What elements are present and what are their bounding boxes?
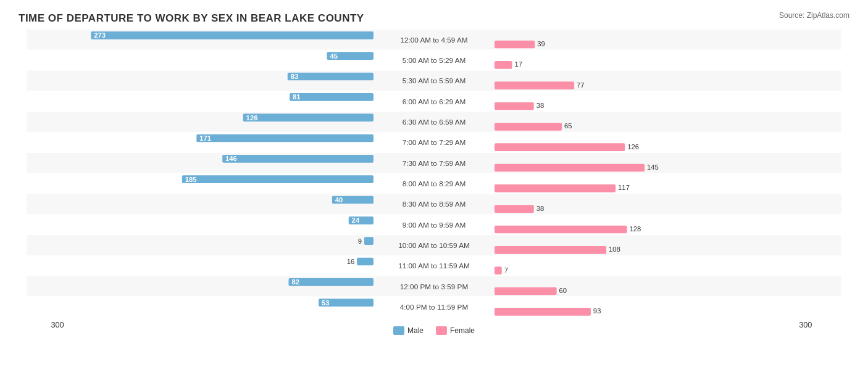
- svg-rect-69: [357, 258, 373, 266]
- male-label: Male: [407, 326, 424, 335]
- svg-text:185: 185: [185, 176, 197, 183]
- svg-text:40: 40: [335, 196, 343, 204]
- svg-text:4:00 PM to 11:59 PM: 4:00 PM to 11:59 PM: [400, 303, 468, 311]
- svg-rect-80: [495, 308, 591, 316]
- svg-text:82: 82: [291, 278, 299, 286]
- svg-rect-35: [495, 123, 562, 131]
- svg-rect-50: [495, 184, 616, 192]
- svg-text:60: 60: [559, 287, 567, 294]
- svg-text:9: 9: [358, 237, 362, 245]
- svg-text:93: 93: [593, 307, 601, 315]
- svg-rect-74: [288, 278, 373, 286]
- chart-title: TIME OF DEPARTURE TO WORK BY SEX IN BEAR…: [19, 12, 849, 25]
- svg-text:126: 126: [627, 143, 639, 151]
- svg-text:81: 81: [293, 93, 301, 101]
- svg-text:273: 273: [94, 31, 106, 39]
- legend-female: Female: [436, 326, 475, 335]
- svg-text:8:30 AM to 8:59 AM: 8:30 AM to 8:59 AM: [403, 200, 466, 208]
- svg-rect-60: [495, 226, 627, 234]
- svg-rect-25: [495, 81, 574, 89]
- svg-text:7:00 AM to 7:29 AM: 7:00 AM to 7:29 AM: [403, 138, 466, 146]
- svg-text:10:00 AM to 10:59 AM: 10:00 AM to 10:59 AM: [398, 241, 470, 249]
- svg-text:7: 7: [504, 266, 508, 274]
- svg-rect-20: [495, 61, 512, 69]
- svg-text:108: 108: [609, 245, 620, 253]
- svg-rect-24: [288, 73, 373, 81]
- svg-rect-49: [182, 175, 373, 183]
- svg-text:45: 45: [330, 52, 338, 60]
- svg-rect-34: [243, 113, 373, 122]
- female-label: Female: [450, 326, 475, 335]
- svg-text:146: 146: [225, 155, 237, 162]
- svg-rect-55: [495, 205, 534, 213]
- svg-text:83: 83: [291, 73, 299, 80]
- svg-text:39: 39: [537, 40, 545, 47]
- svg-text:12:00 AM to 4:59 AM: 12:00 AM to 4:59 AM: [400, 36, 467, 44]
- svg-text:53: 53: [322, 299, 330, 307]
- svg-rect-40: [495, 143, 625, 151]
- svg-text:65: 65: [564, 122, 572, 130]
- svg-rect-65: [495, 246, 606, 254]
- bar-chart: 12:00 AM to 4:59 AM273395:00 AM to 5:29 …: [19, 30, 849, 338]
- svg-text:11:00 AM to 11:59 AM: 11:00 AM to 11:59 AM: [398, 262, 470, 270]
- svg-rect-45: [495, 164, 645, 172]
- svg-text:5:00 AM to 5:29 AM: 5:00 AM to 5:29 AM: [403, 56, 466, 64]
- svg-text:126: 126: [246, 114, 258, 122]
- svg-text:12:00 PM to 3:59 PM: 12:00 PM to 3:59 PM: [400, 282, 468, 291]
- svg-rect-29: [290, 93, 373, 101]
- svg-rect-64: [364, 237, 373, 245]
- svg-text:171: 171: [199, 134, 211, 142]
- female-swatch: [436, 326, 447, 335]
- chart-container: TIME OF DEPARTURE TO WORK BY SEX IN BEAR…: [0, 0, 868, 367]
- svg-text:38: 38: [536, 205, 545, 212]
- legend: Male Female: [19, 326, 849, 335]
- svg-text:24: 24: [352, 216, 360, 224]
- svg-text:6:30 AM to 6:59 AM: 6:30 AM to 6:59 AM: [403, 118, 466, 126]
- svg-rect-14: [91, 31, 373, 39]
- svg-text:145: 145: [647, 163, 659, 171]
- svg-text:16: 16: [347, 258, 355, 265]
- svg-text:7:30 AM to 7:59 AM: 7:30 AM to 7:59 AM: [403, 159, 466, 167]
- svg-text:38: 38: [536, 102, 545, 109]
- svg-rect-44: [222, 155, 373, 163]
- source-text: Source: ZipAtlas.com: [779, 11, 849, 20]
- svg-text:9:00 AM to 9:59 AM: 9:00 AM to 9:59 AM: [403, 221, 466, 229]
- svg-text:8:00 AM to 8:29 AM: 8:00 AM to 8:29 AM: [403, 179, 466, 188]
- svg-rect-70: [495, 266, 502, 274]
- svg-text:117: 117: [618, 184, 630, 191]
- svg-text:77: 77: [577, 81, 585, 89]
- svg-text:17: 17: [514, 60, 522, 68]
- svg-rect-39: [196, 134, 373, 142]
- legend-male: Male: [393, 326, 424, 335]
- svg-rect-75: [495, 287, 557, 295]
- svg-rect-30: [495, 102, 534, 110]
- male-swatch: [393, 326, 404, 335]
- svg-text:5:30 AM to 5:59 AM: 5:30 AM to 5:59 AM: [403, 76, 466, 85]
- svg-rect-15: [495, 41, 535, 49]
- svg-text:6:00 AM to 6:29 AM: 6:00 AM to 6:29 AM: [403, 97, 466, 105]
- svg-text:128: 128: [630, 225, 641, 233]
